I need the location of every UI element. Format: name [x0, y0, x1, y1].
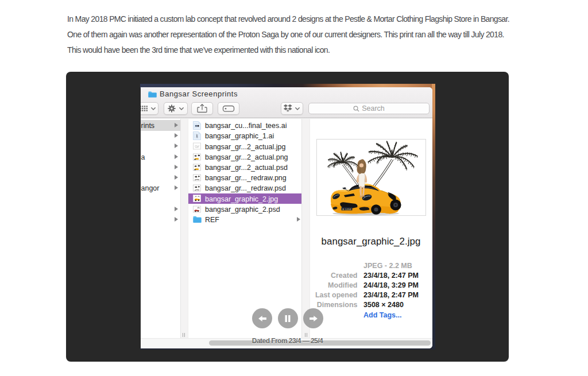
svg-text:B 1258: B 1258: [342, 208, 351, 211]
